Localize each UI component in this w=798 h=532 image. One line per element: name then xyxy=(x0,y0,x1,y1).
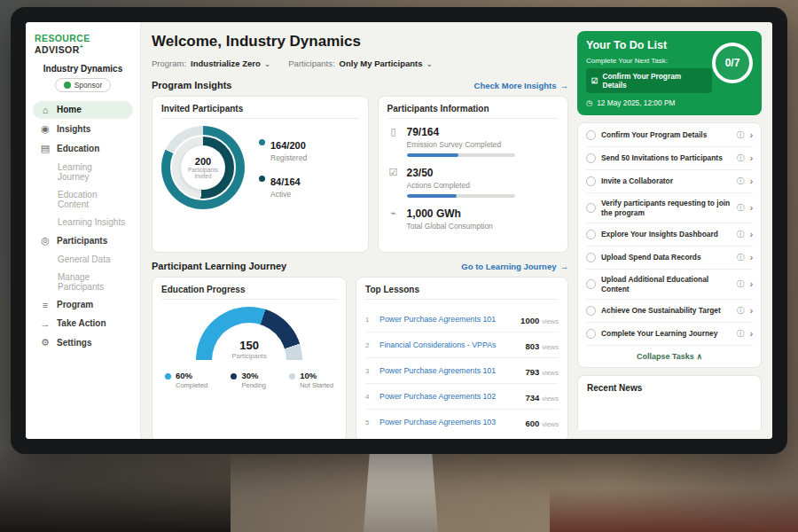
lesson-link[interactable]: Power Purchase Agreements 103 xyxy=(379,418,518,426)
next-task-pill[interactable]: ☑ Confirm Your Program Details xyxy=(586,68,712,93)
legend-label: Completed xyxy=(176,381,207,389)
sidebar-item-take-action[interactable]: → Take Action xyxy=(33,315,133,332)
lesson-rank: 4 xyxy=(365,393,372,401)
sidebar-item-participants[interactable]: ◎ Participants xyxy=(33,231,133,250)
sidebar-item-learning-insights[interactable]: Learning Insights xyxy=(33,214,133,231)
chevron-right-icon[interactable]: › xyxy=(750,329,753,339)
task-row-upload-spend-data[interactable]: Upload Spend Data Records ⓘ › xyxy=(586,246,753,270)
filter-program[interactable]: Program: Industrialize Zero ⌄ xyxy=(152,59,270,68)
task-checkbox[interactable] xyxy=(586,176,596,186)
task-row-upload-educational-content[interactable]: Upload Additional Educational Content ⓘ … xyxy=(586,270,753,300)
legend-pct: 10% xyxy=(300,371,333,380)
learning-cards-row: Education Progress 150 Participants 60% xyxy=(152,277,568,439)
chevron-right-icon[interactable]: › xyxy=(750,153,753,163)
info-icon[interactable]: ⓘ xyxy=(737,328,745,340)
info-icon[interactable]: ⓘ xyxy=(737,176,745,187)
invited-donut: 200 Participants Invited xyxy=(161,126,245,209)
info-icon[interactable]: ⓘ xyxy=(737,153,745,164)
org-name: Industry Dynamics xyxy=(33,64,133,74)
legend-item-active: 84/164 Active xyxy=(259,173,307,199)
task-row-explore-insights[interactable]: Explore Your Insights Dashboard ⓘ › xyxy=(586,223,753,246)
chevron-right-icon[interactable]: › xyxy=(750,279,753,289)
sponsor-badge: Sponsor xyxy=(55,78,112,92)
info-icon[interactable]: ⓘ xyxy=(737,202,745,214)
task-checkbox[interactable] xyxy=(586,329,596,339)
chevron-right-icon[interactable]: › xyxy=(750,176,753,186)
screen: RESOURCE ADVISOR+ Industry Dynamics Spon… xyxy=(26,22,772,439)
go-to-learning-journey-link[interactable]: Go to Learning Journey → xyxy=(461,262,568,271)
task-row-invite-collaborator[interactable]: Invite a Collaborator ⓘ › xyxy=(586,170,753,193)
collapse-tasks-button[interactable]: Collapse Tasks ∧ xyxy=(586,346,753,366)
sidebar-item-general-data[interactable]: General Data xyxy=(33,251,133,268)
info-icon[interactable]: ⓘ xyxy=(737,129,745,141)
sidebar-item-learning-journey[interactable]: Learning Journey xyxy=(33,159,133,185)
progress-bar-fill xyxy=(407,194,457,198)
legend-label: Not Started xyxy=(300,381,333,389)
lesson-rank: 1 xyxy=(365,316,372,324)
task-checkbox[interactable] xyxy=(586,203,596,213)
chevron-down-icon: ⌄ xyxy=(264,59,271,68)
check-more-insights-link[interactable]: Check More Insights → xyxy=(474,81,568,90)
task-row-verify-participants[interactable]: Verify participants requesting to join t… xyxy=(586,193,753,223)
sidebar-item-education-content[interactable]: Education Content xyxy=(33,186,133,213)
sidebar-item-settings[interactable]: ⚙ Settings xyxy=(33,333,133,352)
task-checkbox[interactable] xyxy=(586,279,596,289)
recent-news-title: Recent News xyxy=(587,383,752,393)
info-icon[interactable]: ⓘ xyxy=(737,305,745,317)
sidebar-item-home[interactable]: ⌂ Home xyxy=(33,101,133,119)
task-row-confirm-program[interactable]: Confirm Your Program Details ⓘ › xyxy=(586,124,753,147)
lesson-views: 1000views xyxy=(520,311,559,327)
stat-emission-survey: ▯ 79/164 Emission Survey Completed xyxy=(387,126,559,157)
sidebar-item-manage-participants[interactable]: Manage Participants xyxy=(33,269,133,295)
section-title: Program Insights xyxy=(152,80,231,90)
stat-value: 1,000 GWh xyxy=(407,207,493,220)
sidebar-item-program[interactable]: ≡ Program xyxy=(33,296,133,314)
program-icon: ≡ xyxy=(40,300,51,310)
task-label: Complete Your Learning Journey xyxy=(601,329,732,339)
clock-icon: ◷ xyxy=(586,98,592,107)
section-title: Participant Learning Journey xyxy=(152,261,286,271)
stat-label: Emission Survey Completed xyxy=(407,140,515,149)
info-icon[interactable]: ⓘ xyxy=(737,278,745,290)
lesson-link[interactable]: Power Purchase Agreements 101 xyxy=(379,315,513,324)
task-label: Confirm Your Program Details xyxy=(601,130,732,140)
monitor-stand xyxy=(364,454,438,532)
task-checkbox[interactable] xyxy=(586,306,596,316)
link-label: Go to Learning Journey xyxy=(461,262,556,271)
content-area: Welcome, Industry Dynamics Program: Indu… xyxy=(141,22,772,439)
chevron-right-icon[interactable]: › xyxy=(750,306,753,316)
chevron-right-icon[interactable]: › xyxy=(750,203,753,213)
sidebar-item-insights[interactable]: ◉ Insights xyxy=(33,120,133,138)
task-row-send-invitations[interactable]: Send 50 Invitations to Participants ⓘ › xyxy=(586,147,753,170)
sidebar-item-education[interactable]: ▤ Education xyxy=(33,139,133,158)
task-row-complete-learning-journey[interactable]: Complete Your Learning Journey ⓘ › xyxy=(586,323,753,346)
donut-center: 200 Participants Invited xyxy=(181,145,225,190)
chevron-right-icon[interactable]: › xyxy=(750,130,753,140)
participants-icon: ◎ xyxy=(40,235,51,246)
energy-icon: ⌁ xyxy=(387,207,400,235)
task-label: Explore Your Insights Dashboard xyxy=(601,230,732,239)
task-checkbox[interactable] xyxy=(586,230,596,239)
background-shadow-right xyxy=(550,488,798,532)
monitor-bezel: RESOURCE ADVISOR+ Industry Dynamics Spon… xyxy=(11,7,787,454)
task-checkbox[interactable] xyxy=(586,253,596,262)
lesson-link[interactable]: Power Purchase Agreements 101 xyxy=(379,366,518,375)
filter-participants[interactable]: Participants: Only My Participants ⌄ xyxy=(288,59,433,68)
task-checkbox[interactable] xyxy=(586,153,596,163)
info-icon[interactable]: ⓘ xyxy=(737,229,745,240)
lesson-link[interactable]: Power Purchase Agreements 102 xyxy=(379,392,518,401)
lesson-link[interactable]: Financial Considerations - VPPAs xyxy=(379,340,518,349)
check-icon: ☑ xyxy=(591,76,598,85)
task-row-achieve-target[interactable]: Achieve One Sustainability Target ⓘ › xyxy=(586,300,753,323)
info-icon[interactable]: ⓘ xyxy=(737,252,745,263)
sidebar-item-label: Take Action xyxy=(57,318,106,328)
sidebar-item-label: Learning Insights xyxy=(58,217,125,227)
gauge-center: 150 Participants xyxy=(196,339,302,360)
chevron-right-icon[interactable]: › xyxy=(750,253,753,262)
sidebar: RESOURCE ADVISOR+ Industry Dynamics Spon… xyxy=(26,22,141,439)
task-checkbox[interactable] xyxy=(586,130,596,140)
legend-label: Pending xyxy=(241,381,266,389)
main-column: Welcome, Industry Dynamics Program: Indu… xyxy=(152,31,568,430)
chevron-right-icon[interactable]: › xyxy=(750,230,753,239)
participants-information-card: Participants Information ▯ 79/164 Emissi… xyxy=(378,96,568,253)
